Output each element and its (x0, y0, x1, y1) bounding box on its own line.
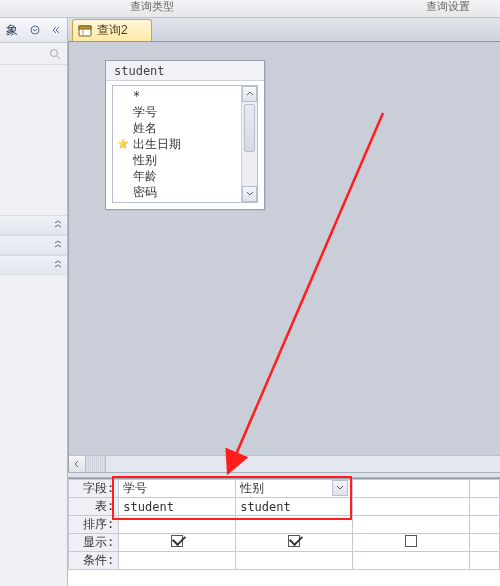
qbe-cell-table[interactable] (469, 498, 499, 516)
chevron-down-icon (336, 484, 344, 492)
svg-point-1 (51, 49, 58, 56)
qbe-row-label: 显示: (69, 534, 119, 552)
qbe-row-criteria: 条件: (69, 552, 500, 570)
qbe-cell-sort[interactable] (119, 516, 236, 534)
expand-icon (53, 260, 63, 270)
field-list-item[interactable]: 姓名 (113, 120, 241, 136)
svg-line-2 (57, 56, 60, 59)
field-list-item[interactable]: 出生日期 (113, 136, 241, 152)
nav-group-header[interactable] (0, 235, 67, 255)
field-list-item[interactable]: * (113, 88, 241, 104)
svg-rect-4 (79, 26, 91, 29)
field-list-item[interactable]: 学号 (113, 104, 241, 120)
query-icon (77, 23, 93, 39)
checkbox-icon[interactable] (288, 535, 300, 547)
nav-group-header[interactable] (0, 215, 67, 235)
nav-header[interactable]: 象 (0, 18, 67, 43)
chevron-left-icon (73, 460, 81, 468)
field-list-item[interactable]: 密码 (113, 184, 241, 200)
field-list[interactable]: *学号姓名出生日期性别年龄密码 (113, 86, 241, 202)
field-list-item[interactable]: 年龄 (113, 168, 241, 184)
nav-group-header[interactable] (0, 255, 67, 275)
dropdown-button[interactable] (332, 480, 348, 496)
query-design-surface[interactable]: student *学号姓名出生日期性别年龄密码 (68, 42, 500, 472)
expand-icon (53, 240, 63, 250)
qbe-table: 字段: 学号 性别 表: student student 排序: (68, 479, 500, 570)
qbe-row-label: 表: (69, 498, 119, 516)
ribbon-group-label: 查询设置 (426, 0, 470, 12)
navigation-pane: 象 (0, 18, 68, 586)
ribbon-groups: 查询类型 查询设置 (0, 0, 500, 18)
qbe-row-label: 条件: (69, 552, 119, 570)
tab-query2[interactable]: 查询2 (72, 19, 152, 41)
expand-icon (53, 220, 63, 230)
nav-search[interactable] (0, 43, 67, 65)
qbe-row-label: 排序: (69, 516, 119, 534)
qbe-row-table: 表: student student (69, 498, 500, 516)
qbe-cell-show[interactable] (119, 534, 236, 552)
scrollbar-track[interactable] (106, 456, 500, 472)
field-list-scrollbar[interactable] (241, 86, 257, 202)
qbe-cell-show[interactable] (236, 534, 353, 552)
qbe-row-show: 显示: (69, 534, 500, 552)
nav-title: 象 (4, 22, 23, 39)
qbe-cell-table[interactable]: student (119, 498, 236, 516)
qbe-cell-show[interactable] (469, 534, 499, 552)
horizontal-scrollbar[interactable] (69, 455, 500, 472)
dropdown-icon[interactable] (27, 22, 43, 38)
qbe-row-field: 字段: 学号 性别 (69, 480, 500, 498)
table-window-title: student (106, 61, 264, 81)
checkbox-icon[interactable] (171, 535, 183, 547)
qbe-cell-sort[interactable] (352, 516, 469, 534)
qbe-cell-criteria[interactable] (119, 552, 236, 570)
qbe-grid: 字段: 学号 性别 表: student student 排序: (68, 478, 500, 586)
qbe-cell-field[interactable] (469, 480, 499, 498)
chevron-down-icon (246, 190, 254, 198)
qbe-row-sort: 排序: (69, 516, 500, 534)
qbe-cell-criteria[interactable] (469, 552, 499, 570)
field-list-container: *学号姓名出生日期性别年龄密码 (112, 85, 258, 203)
qbe-cell-table[interactable] (352, 498, 469, 516)
scroll-up-button[interactable] (242, 86, 257, 102)
qbe-row-label: 字段: (69, 480, 119, 498)
qbe-cell-field[interactable]: 学号 (119, 480, 236, 498)
document-tabs: 查询2 (68, 18, 500, 42)
scrollbar-thumb[interactable] (244, 104, 255, 152)
field-list-item[interactable]: 性别 (113, 152, 241, 168)
tab-label: 查询2 (97, 22, 128, 39)
document-area: 查询2 student *学号姓名出生日期性别年龄密码 (68, 18, 500, 586)
collapse-icon[interactable] (47, 22, 63, 38)
qbe-cell-criteria[interactable] (236, 552, 353, 570)
svg-point-0 (31, 26, 39, 34)
search-icon (49, 48, 61, 60)
qbe-cell-field[interactable] (352, 480, 469, 498)
ribbon-group-label: 查询类型 (130, 0, 174, 12)
scroll-down-button[interactable] (242, 186, 257, 202)
qbe-cell-criteria[interactable] (352, 552, 469, 570)
qbe-cell-show[interactable] (352, 534, 469, 552)
scroll-left-button[interactable] (69, 456, 86, 472)
checkbox-icon[interactable] (405, 535, 417, 547)
chevron-up-icon (246, 90, 254, 98)
table-window-student[interactable]: student *学号姓名出生日期性别年龄密码 (105, 60, 265, 210)
qbe-cell-sort[interactable] (236, 516, 353, 534)
qbe-cell-field[interactable]: 性别 (236, 480, 353, 498)
scrollbar-thumb[interactable] (86, 456, 106, 472)
qbe-cell-table[interactable]: student (236, 498, 353, 516)
qbe-cell-sort[interactable] (469, 516, 499, 534)
